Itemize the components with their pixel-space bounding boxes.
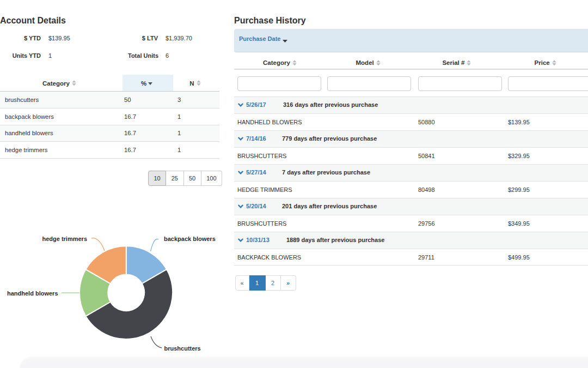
svg-text:hedge trimmers: hedge trimmers (42, 236, 87, 242)
svg-text:handheld blowers: handheld blowers (7, 290, 58, 297)
svg-text:backpack blowers: backpack blowers (164, 236, 216, 242)
svg-text:brushcutters: brushcutters (164, 345, 201, 352)
